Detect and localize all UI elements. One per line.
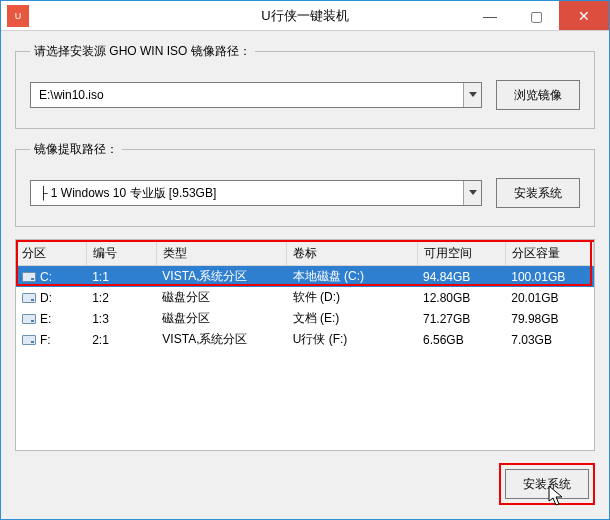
table-row[interactable]: C:1:1VISTA,系统分区本地磁盘 (C:)94.84GB100.01GB [16, 266, 594, 288]
table-cell: 1:1 [86, 266, 156, 288]
table-cell: VISTA,系统分区 [156, 266, 286, 288]
table-header-cell[interactable]: 卷标 [287, 241, 417, 266]
table-cell: 软件 (D:) [287, 287, 417, 308]
drive-icon [22, 335, 36, 345]
table-row[interactable]: F:2:1VISTA,系统分区U行侠 (F:)6.56GB7.03GB [16, 329, 594, 350]
table-header-cell[interactable]: 分区 [16, 241, 86, 266]
table-cell: C: [16, 266, 86, 288]
extract-group: 镜像提取路径： ├ 1 Windows 10 专业版 [9.53GB] 安装系统 [15, 141, 595, 227]
extract-legend: 镜像提取路径： [30, 141, 122, 158]
source-legend: 请选择安装源 GHO WIN ISO 镜像路径： [30, 43, 255, 60]
extract-path-combo[interactable]: ├ 1 Windows 10 专业版 [9.53GB] [30, 180, 482, 206]
partition-table-wrap: 分区编号类型卷标可用空间分区容量 C:1:1VISTA,系统分区本地磁盘 (C:… [15, 239, 595, 451]
app-window: U U行侠一键装机 — ▢ ✕ 请选择安装源 GHO WIN ISO 镜像路径：… [0, 0, 610, 520]
drive-icon [22, 293, 36, 303]
table-cell: 磁盘分区 [156, 308, 286, 329]
table-cell: U行侠 (F:) [287, 329, 417, 350]
table-cell: 文档 (E:) [287, 308, 417, 329]
drive-icon [22, 314, 36, 324]
table-header-cell[interactable]: 编号 [86, 241, 156, 266]
install-button-highlight: 安装系统 [499, 463, 595, 505]
browse-image-button[interactable]: 浏览镜像 [496, 80, 580, 110]
table-header-cell[interactable]: 可用空间 [417, 241, 505, 266]
drive-icon [22, 272, 36, 282]
table-header-cell[interactable]: 类型 [156, 241, 286, 266]
table-cell: 79.98GB [505, 308, 593, 329]
table-header-cell[interactable]: 分区容量 [505, 241, 593, 266]
dropdown-arrow-icon[interactable] [463, 83, 481, 107]
table-cell: 1:3 [86, 308, 156, 329]
table-cell: 20.01GB [505, 287, 593, 308]
table-cell: 2:1 [86, 329, 156, 350]
install-system-button[interactable]: 安装系统 [505, 469, 589, 499]
table-cell: 本地磁盘 (C:) [287, 266, 417, 288]
dropdown-arrow-icon[interactable] [463, 181, 481, 205]
close-button[interactable]: ✕ [559, 1, 609, 30]
window-controls: — ▢ ✕ [467, 1, 609, 30]
source-row: E:\win10.iso 浏览镜像 [30, 80, 580, 110]
table-cell: E: [16, 308, 86, 329]
table-row[interactable]: D:1:2磁盘分区软件 (D:)12.80GB20.01GB [16, 287, 594, 308]
table-cell: 磁盘分区 [156, 287, 286, 308]
titlebar: U U行侠一键装机 — ▢ ✕ [1, 1, 609, 31]
table-cell: 100.01GB [505, 266, 593, 288]
app-icon: U [7, 5, 29, 27]
table-header-row: 分区编号类型卷标可用空间分区容量 [16, 241, 594, 266]
table-row[interactable]: E:1:3磁盘分区文档 (E:)71.27GB79.98GB [16, 308, 594, 329]
table-cell: 1:2 [86, 287, 156, 308]
source-path-value: E:\win10.iso [31, 88, 463, 102]
table-cell: VISTA,系统分区 [156, 329, 286, 350]
table-cell: D: [16, 287, 86, 308]
table-cell: 7.03GB [505, 329, 593, 350]
extract-path-value: ├ 1 Windows 10 专业版 [9.53GB] [31, 185, 463, 202]
table-cell: 6.56GB [417, 329, 505, 350]
extract-row: ├ 1 Windows 10 专业版 [9.53GB] 安装系统 [30, 178, 580, 208]
source-group: 请选择安装源 GHO WIN ISO 镜像路径： E:\win10.iso 浏览… [15, 43, 595, 129]
client-area: 请选择安装源 GHO WIN ISO 镜像路径： E:\win10.iso 浏览… [1, 31, 609, 519]
partition-table: 分区编号类型卷标可用空间分区容量 C:1:1VISTA,系统分区本地磁盘 (C:… [16, 240, 594, 350]
maximize-button[interactable]: ▢ [513, 1, 559, 30]
source-path-combo[interactable]: E:\win10.iso [30, 82, 482, 108]
table-cell: 94.84GB [417, 266, 505, 288]
table-cell: 12.80GB [417, 287, 505, 308]
footer: 安装系统 [15, 463, 595, 505]
table-cell: F: [16, 329, 86, 350]
minimize-button[interactable]: — [467, 1, 513, 30]
table-cell: 71.27GB [417, 308, 505, 329]
install-system-button-top[interactable]: 安装系统 [496, 178, 580, 208]
